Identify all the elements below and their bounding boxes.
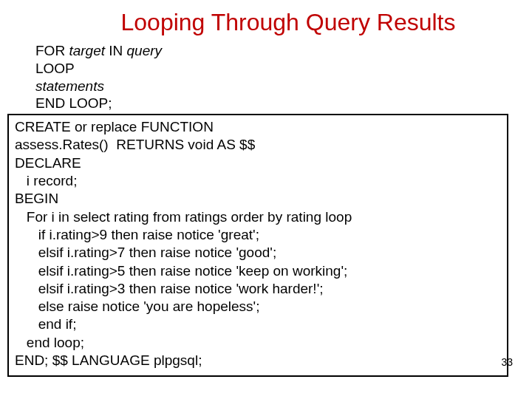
code-line: DECLARE <box>15 154 501 172</box>
code-box: CREATE or replace FUNCTION assess.Rates(… <box>7 114 508 377</box>
syntax-line-1: FOR target IN query <box>35 42 532 60</box>
syntax-line-2: LOOP <box>35 60 532 78</box>
code-line: elsif i.rating>5 then raise notice 'keep… <box>15 262 501 280</box>
syntax-query: query <box>127 43 163 58</box>
code-line: if i.rating>9 then raise notice 'great'; <box>15 226 501 244</box>
code-line: else raise notice 'you are hopeless'; <box>15 298 501 316</box>
page-number: 33 <box>501 356 513 368</box>
code-line: BEGIN <box>15 190 501 208</box>
code-line: END; $$ LANGUAGE plpgsql; <box>15 352 501 369</box>
code-line: elsif i.rating>3 then raise notice 'work… <box>15 280 501 298</box>
code-line: end if; <box>15 316 501 333</box>
code-line: CREATE or replace FUNCTION <box>15 118 501 136</box>
syntax-line-3: statements <box>35 78 532 95</box>
slide-title: Looping Through Query Results <box>44 0 532 42</box>
code-line: assess.Rates() RETURNS void AS $$ <box>15 136 501 154</box>
code-line: end loop; <box>15 334 501 352</box>
syntax-in: IN <box>105 43 127 58</box>
code-line: For i in select rating from ratings orde… <box>15 208 501 226</box>
code-line: elsif i.rating>7 then raise notice 'good… <box>15 244 501 262</box>
syntax-target: target <box>69 43 105 58</box>
syntax-for: FOR <box>35 43 69 58</box>
code-line: i record; <box>15 172 501 190</box>
syntax-line-4: END LOOP; <box>35 95 532 112</box>
syntax-block: FOR target IN query LOOP statements END … <box>0 42 532 112</box>
